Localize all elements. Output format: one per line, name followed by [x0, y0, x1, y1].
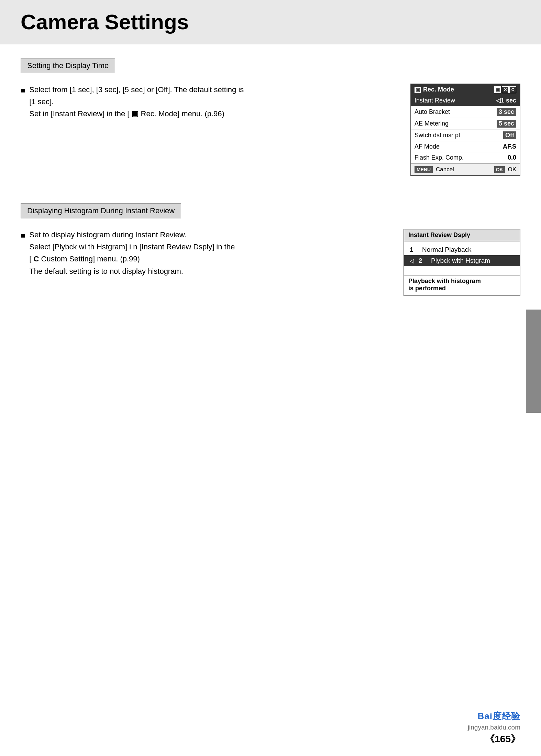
sidebar-tab [526, 310, 541, 413]
review-desc-line1: Playback with histogram [408, 278, 481, 284]
section2-row: ■ Set to display histogram during Instan… [21, 229, 520, 296]
page-title: Camera Settings [21, 10, 520, 34]
camera-panel-header: ▣ Rec. Mode ▣ ✕ C [411, 84, 520, 95]
bullet-icon-2: ■ [21, 229, 25, 277]
section2-line2: Select [Plybck wi th Hstgram] i n [Insta… [29, 242, 235, 251]
section1-header: Setting the Display Time [21, 58, 115, 73]
section1-block: Setting the Display Time ■ Select from [… [21, 58, 520, 176]
baidu-watermark: Bai度经验 [478, 710, 520, 722]
section1-line2: [1 sec]. [29, 97, 54, 106]
panel-row-ae-metering: AE Metering 5 sec [411, 118, 520, 130]
menu-btn-label: MENU [415, 166, 433, 173]
camera-panel-footer: MENU Cancel OK OK [411, 163, 520, 175]
cancel-label: Cancel [436, 166, 454, 173]
section2-line4: The default setting is to not display hi… [29, 267, 183, 276]
panel-row-label-2: Auto Bracket [415, 108, 450, 116]
section2-header: Displaying Histogram During Instant Revi… [21, 203, 181, 218]
camera-icon: ▣ [415, 87, 421, 93]
panel-header-icons: ▣ ✕ C [494, 86, 516, 93]
section1-row: ■ Select from [1 sec], [3 sec], [5 sec] … [21, 84, 520, 176]
review-row-2: ◁ 2 Plybck with Hstgram [404, 255, 520, 266]
panel-row-label-5: AF Mode [415, 143, 440, 150]
panel-row-swtch: Swtch dst msr pt Off [411, 130, 520, 141]
review-row-num-1: 1 [410, 246, 417, 253]
camera-menu-panel: ▣ Rec. Mode ▣ ✕ C Instant Review ◁1 sec [410, 84, 520, 176]
icon-box-1: ▣ [494, 86, 501, 93]
panel-title: Rec. Mode [423, 86, 454, 93]
page-open-bracket: 《 [485, 734, 495, 744]
panel-row-flash-exp: Flash Exp. Comp. 0.0 [411, 152, 520, 163]
footer-ok: OK OK [494, 166, 516, 173]
section1-text: ■ Select from [1 sec], [3 sec], [5 sec] … [21, 84, 390, 123]
review-row-num-2: 2 [419, 257, 426, 264]
section1-bullet: ■ Select from [1 sec], [3 sec], [5 sec] … [21, 84, 390, 120]
baidu-logo: Bai度经验 [478, 710, 520, 722]
review-row-1: 1 Normal Playback [404, 244, 520, 255]
panel-header-left: ▣ Rec. Mode [415, 86, 454, 93]
section1-bullet-text: Select from [1 sec], [3 sec], [5 sec] or… [29, 84, 390, 120]
panel-row-value-4: Off [503, 131, 516, 139]
section2-line1: Set to display histogram during Instant … [29, 230, 186, 239]
review-arrow-2: ◁ [410, 258, 414, 264]
footer-cancel: MENU Cancel [415, 166, 454, 173]
review-row-label-1: Normal Playback [422, 246, 472, 253]
bullet-icon-1: ■ [21, 84, 25, 120]
icon-box-3: C [509, 86, 516, 93]
section1-line3: Set in [Instant Review] in the [ ▣ Rec. … [29, 109, 224, 118]
review-row-label-2: Plybck with Hstgram [431, 257, 490, 264]
panel-row-auto-bracket: Auto Bracket 3 sec [411, 106, 520, 118]
review-menu-panel: Instant Review Dsply 1 Normal Playback ◁… [404, 229, 520, 296]
page-num: 165 [495, 734, 511, 744]
section1-line1: Select from [1 sec], [3 sec], [5 sec] or… [29, 85, 244, 94]
panel-row-value-5: AF.S [503, 143, 516, 150]
panel-row-value-6: 0.0 [508, 154, 516, 161]
panel-row-label-4: Swtch dst msr pt [415, 132, 460, 139]
section2-text: ■ Set to display histogram during Instan… [21, 229, 383, 280]
panel-row-label-6: Flash Exp. Comp. [415, 154, 464, 161]
page-header: Camera Settings [0, 0, 541, 44]
review-divider [404, 272, 520, 272]
page-footer: Bai度经验 jingyan.baidu.com 《165》 [468, 710, 520, 746]
page-content: Setting the Display Time ■ Select from [… [0, 44, 541, 337]
review-desc-line2: is performed [408, 285, 446, 292]
panel-row-label-3: AE Metering [415, 120, 449, 127]
panel-row-value-2: 3 sec [497, 108, 516, 116]
page-close-bracket: 》 [511, 734, 520, 744]
review-description: Playback with histogram is performed [404, 275, 520, 295]
section2-line3: [ C Custom Setting] menu. (p.99) [29, 255, 140, 263]
review-panel-body: 1 Normal Playback ◁ 2 Plybck with Hstgra… [404, 241, 520, 269]
panel-row-value-1: ◁1 sec [496, 97, 516, 104]
section2-block: Displaying Histogram During Instant Revi… [21, 203, 520, 296]
section2-bullet-text: Set to display histogram during Instant … [29, 229, 383, 277]
section1-panel: ▣ Rec. Mode ▣ ✕ C Instant Review ◁1 sec [410, 84, 520, 176]
page-number: 《165》 [485, 733, 520, 746]
ok-btn-label: OK [494, 166, 505, 173]
panel-row-label-1: Instant Review [415, 97, 455, 104]
panel-row-value-3: 5 sec [497, 120, 516, 128]
jingyan-url: jingyan.baidu.com [468, 724, 520, 731]
ok-label: OK [508, 166, 516, 173]
section2-bullet: ■ Set to display histogram during Instan… [21, 229, 383, 277]
panel-row-af-mode: AF Mode AF.S [411, 141, 520, 152]
icon-box-2: ✕ [502, 86, 509, 93]
review-panel-header: Instant Review Dsply [404, 229, 520, 241]
section2-panel: Instant Review Dsply 1 Normal Playback ◁… [404, 229, 520, 296]
panel-row-instant-review: Instant Review ◁1 sec [411, 95, 520, 106]
